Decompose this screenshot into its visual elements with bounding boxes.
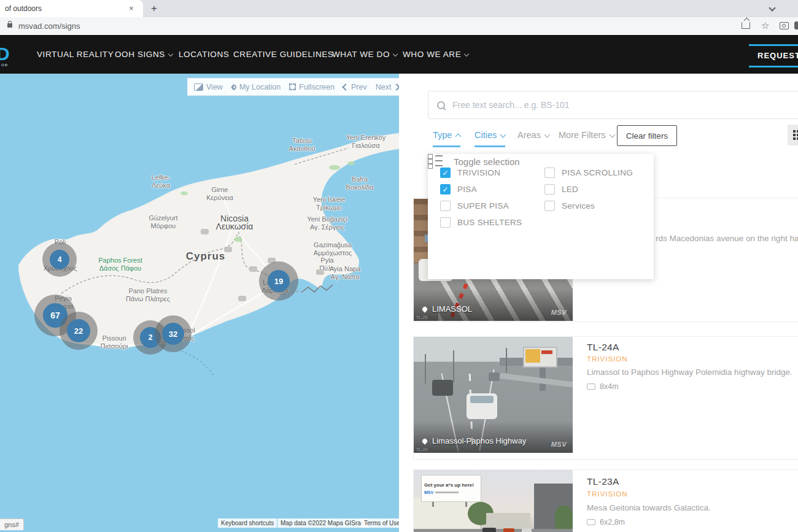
check-icon: ✓ [442,169,448,177]
map-control-bar: View My Location Fullscreen Prev Next [187,78,399,96]
filter-cities[interactable]: Cities [475,130,505,147]
checkbox-pisa[interactable]: ✓ PISA [440,184,477,195]
map-cluster-marker[interactable]: 4 [42,242,77,277]
grid-icon [793,130,798,140]
card-description: rds Macedonias avenue on the right hand [656,234,798,243]
chevron-right-icon [393,83,399,90]
keyboard-shortcuts-link[interactable]: Keyboard shortcuts [218,519,277,528]
camera-icon[interactable] [780,22,789,29]
nav-item-locations[interactable]: LOCATIONS [179,50,229,59]
checkbox-super-pisa[interactable]: ✓ SUPER PISA [440,201,509,211]
map-cluster-marker[interactable]: 32 [155,315,192,352]
tab-search-chevron-icon[interactable] [769,4,775,11]
pin-icon [230,83,237,90]
nav-item-who-we-are[interactable]: WHO WE ARE [403,50,468,59]
photo-watermark: MSV [551,309,567,316]
site-logo[interactable]: D [0,44,10,64]
share-icon[interactable] [742,22,750,29]
photo-car [503,528,514,532]
pin-icon [421,306,428,312]
clear-filters-button[interactable]: Clear filters [617,125,677,146]
nav-item-creative-guidelines[interactable]: CREATIVE GUIDELINES [233,50,333,59]
type-filter-dropdown: ✓ TRIVISION ✓ PISA ✓ SUPER PISA ✓ BUS SH… [428,154,654,279]
sign-photo[interactable]: Limassol-Paphos Highway MSV TL-24 [414,337,573,453]
photo-far-car [489,372,500,381]
map-my-location-button[interactable]: My Location [231,83,281,91]
photo-pole [506,348,507,372]
photo-pole [425,354,426,384]
checkbox-bus-shelters[interactable]: ✓ BUS SHELTERS [440,217,522,228]
map-fullscreen-button[interactable]: Fullscreen [289,83,335,91]
checkbox-icon[interactable]: ✓ [440,184,451,195]
map-prev-button[interactable]: Prev [343,83,367,91]
search-icon [437,101,445,109]
checkbox-icon[interactable]: ✓ [440,168,451,178]
search-input[interactable] [451,99,797,110]
browser-tab[interactable]: of outdoors × [0,0,143,17]
map-label-pissouri: PissouriΠισσούρι [101,334,128,350]
checkbox-icon[interactable]: ✓ [544,184,555,195]
photo-car [522,528,532,532]
map-data-attribution: Map data ©2022 Mapa GISrael [277,519,369,528]
fullscreen-icon [289,83,296,90]
map-label-ayia-napa: Ayia NapaΑγ. Νάπα [330,265,361,280]
check-icon: ✓ [442,186,448,193]
photo-tree [555,506,573,532]
billboard-icon [587,384,595,390]
map-label-yeni-erenkoy: Yeni ErenköyΓιαλούσα [346,134,385,149]
browser-toolbar: msvad.com/signs ☆ [0,17,798,36]
tab-close-icon[interactable]: × [129,4,134,13]
sign-card[interactable]: Limassol-Paphos Highway MSV TL-24 TL-24A… [413,336,798,460]
chevron-down-icon [609,132,615,138]
terms-of-use-link[interactable]: Terms of Use [361,519,399,528]
map-label-pano-platres: Pano PlatresΠάνω Πλάτρες [126,287,170,303]
filter-areas[interactable]: Areas [517,130,549,145]
filter-type[interactable]: Type [433,130,460,147]
chevron-down-icon [464,52,469,56]
map-poi [238,296,246,301]
billboard-leg [465,502,467,507]
checkbox-icon[interactable]: ✓ [544,168,555,178]
application-window: of outdoors × + msvad.com/signs ☆ D OR V… [0,0,798,532]
request-button[interactable]: REQUEST [749,44,798,67]
checkbox-icon[interactable]: ✓ [544,201,555,211]
map-cluster-marker[interactable]: 22 [60,312,98,350]
sign-photo[interactable]: Get your a*s up here! MSV [414,470,573,532]
extension-icon[interactable] [794,21,798,29]
map[interactable]: Lefke-Λεύκα Yeni ErenköyΓιαλούσα Tatlısu… [0,74,399,532]
sign-card[interactable]: Get your a*s up here! MSV TL-23A TRIVISI… [413,469,798,532]
map-next-button[interactable]: Next [376,83,399,91]
checkbox-services[interactable]: ✓ Services [544,201,595,211]
nav-item-virtual-reality[interactable]: VIRTUAL REALITY [37,50,114,59]
map-view-button[interactable]: View [194,83,223,91]
chevron-down-icon [168,52,173,56]
checkbox-trivision[interactable]: ✓ TRIVISION [440,168,500,178]
chevron-down-icon [393,52,398,56]
checkbox-icon[interactable]: ✓ [440,201,451,211]
map-label-paphos-forest: Paphos ForestΔάσος Πάφου [98,256,142,272]
bookmark-star-icon[interactable]: ☆ [761,20,769,31]
photo-mid-buildings [486,513,530,529]
map-poi [201,229,209,234]
browser-status-bar: gns# [0,519,24,530]
checkbox-pisa-scrolling[interactable]: ✓ PISA SCROLLING [544,168,633,178]
card-type-badge: TRIVISION [587,355,628,363]
nav-item-what-we-do[interactable]: WHAT WE DO [332,50,397,59]
grid-view-button[interactable] [788,125,798,145]
chevron-down-icon [500,132,506,138]
toggle-selection-button[interactable]: Toggle selection [428,154,654,169]
checkbox-icon[interactable]: ✓ [440,217,451,228]
checkbox-led[interactable]: ✓ LED [544,184,578,195]
url-bar[interactable]: msvad.com/signs [18,21,80,31]
filter-more[interactable]: More Filters [559,130,614,145]
nav-item-ooh-signs[interactable]: OOH SIGNS [115,50,172,59]
card-title: TL-23A [587,476,619,487]
lock-icon [7,23,12,28]
chevron-up-icon [455,134,462,140]
new-tab-button[interactable]: + [151,2,157,15]
photo-watermark: MSV [551,441,567,448]
photo-location: Limassol-Paphos Highway [422,436,526,445]
card-title: TL-24A [587,342,619,353]
map-cluster-marker[interactable]: 19 [259,261,298,301]
image-icon [194,83,203,91]
